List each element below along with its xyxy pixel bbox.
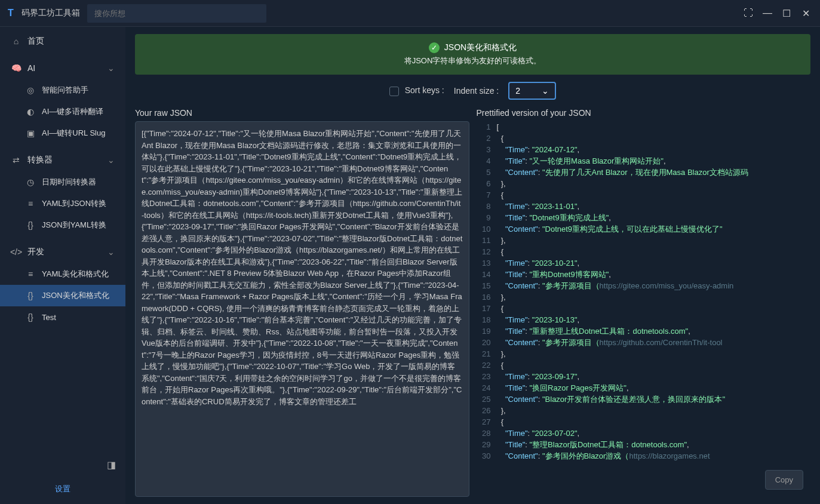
- sort-keys-control[interactable]: Sort keys :: [389, 85, 444, 96]
- sort-keys-checkbox[interactable]: [389, 87, 399, 96]
- nav-label: JSON美化和格式化: [42, 290, 109, 301]
- code-icon: </>: [11, 247, 22, 257]
- copy-button[interactable]: Copy: [765, 470, 803, 490]
- nav-ai-qa[interactable]: ◎智能问答助手: [0, 79, 125, 101]
- nav-json-yaml[interactable]: {}JSON到YAML转换: [0, 214, 125, 236]
- nav-json-pretty[interactable]: {}JSON美化和格式化: [0, 285, 125, 306]
- chevron-down-icon: ⌄: [108, 63, 115, 73]
- sidebar-collapse-button[interactable]: ◨: [102, 455, 121, 474]
- pretty-label: Prettified version of your JSON: [477, 108, 811, 118]
- nav-label: 转换器: [27, 155, 53, 165]
- swap-icon: ⇄: [11, 155, 22, 165]
- content: ✓ JSON美化和格式化 将JSON字符串修饰为友好的可读格式。 Sort ke…: [125, 27, 820, 504]
- raw-label: Your raw JSON: [135, 108, 469, 118]
- raw-json-input[interactable]: [135, 121, 469, 497]
- indent-size-select[interactable]: 2 ⌄: [508, 82, 556, 100]
- banner-title: JSON美化和格式化: [444, 42, 517, 53]
- home-icon: ⌂: [11, 36, 22, 47]
- tool-banner: ✓ JSON美化和格式化 将JSON字符串修饰为友好的可读格式。: [135, 34, 810, 75]
- indent-label: Indent size :: [454, 86, 499, 96]
- settings-button[interactable]: 设置: [5, 479, 121, 499]
- clock-icon: ◷: [25, 177, 36, 188]
- chevron-down-icon: ⌄: [108, 155, 115, 165]
- app-logo-icon: T: [5, 7, 17, 19]
- nav-label: 开发: [27, 247, 44, 257]
- nav-label: AI: [27, 63, 35, 73]
- pretty-json-output[interactable]: 1[2 {3 "Time": "2024-07-12",4 "Title": "…: [477, 121, 811, 497]
- nav-label: 日期时间转换器: [42, 177, 96, 188]
- chevron-down-icon: ⌄: [542, 86, 549, 96]
- app-title: 码界工坊工具箱: [22, 8, 80, 19]
- nav-label: AI—键转URL Slug: [42, 128, 105, 139]
- nav-label: YAML到JSON转换: [42, 198, 106, 209]
- nav-ai-slug[interactable]: ▣AI—键转URL Slug: [0, 122, 125, 144]
- titlebar: T 码界工坊工具箱 ⛶ — ☐ ✕: [0, 0, 820, 27]
- sidebar: ⌂ 首页 🧠 AI ⌄ ◎智能问答助手 ◐AI—键多语种翻译 ▣AI—键转URL…: [0, 27, 125, 504]
- nav-yaml-pretty[interactable]: ≡YAML美化和格式化: [0, 263, 125, 285]
- brain-icon: 🧠: [11, 63, 22, 73]
- chat-icon: ◎: [25, 85, 36, 96]
- globe-icon: ◐: [25, 106, 36, 117]
- nav-label: JSON到YAML转换: [42, 220, 106, 231]
- pretty-panel: Prettified version of your JSON 1[2 {3 "…: [477, 108, 811, 497]
- braces-icon: {}: [25, 290, 36, 301]
- braces-icon: {}: [25, 312, 36, 322]
- nav-home[interactable]: ⌂ 首页: [0, 30, 125, 52]
- nav-label: Test: [42, 313, 56, 322]
- nav-group-dev[interactable]: </> 开发 ⌄: [0, 241, 125, 263]
- chevron-down-icon: ⌄: [108, 247, 115, 257]
- nav-datetime[interactable]: ◷日期时间转换器: [0, 171, 125, 193]
- list-icon: ≡: [25, 198, 36, 209]
- close-button[interactable]: ✕: [796, 4, 815, 23]
- minimize-button[interactable]: —: [758, 4, 777, 23]
- nav-label: 智能问答助手: [42, 85, 88, 96]
- link-icon: ▣: [25, 128, 36, 139]
- sort-keys-label: Sort keys :: [405, 85, 444, 95]
- list-icon: ≡: [25, 269, 36, 279]
- banner-subtitle: 将JSON字符串修饰为友好的可读格式。: [143, 56, 802, 66]
- braces-icon: {}: [25, 220, 36, 231]
- controls-row: Sort keys : Indent size : 2 ⌄: [135, 82, 810, 100]
- nav-yaml-json[interactable]: ≡YAML到JSON转换: [0, 193, 125, 214]
- nav-label: 首页: [27, 36, 44, 47]
- check-icon: ✓: [429, 42, 440, 53]
- nav-group-converter[interactable]: ⇄ 转换器 ⌄: [0, 149, 125, 171]
- raw-panel: Your raw JSON: [135, 108, 469, 497]
- nav-test[interactable]: {}Test: [0, 306, 125, 328]
- nav-label: YAML美化和格式化: [42, 269, 109, 279]
- search-input[interactable]: [87, 4, 266, 23]
- nav-group-ai[interactable]: 🧠 AI ⌄: [0, 57, 125, 79]
- expand-icon[interactable]: ⛶: [739, 4, 758, 23]
- nav-label: AI—键多语种翻译: [42, 106, 103, 117]
- maximize-button[interactable]: ☐: [777, 4, 796, 23]
- nav-ai-translate[interactable]: ◐AI—键多语种翻译: [0, 101, 125, 122]
- indent-value: 2: [515, 86, 520, 96]
